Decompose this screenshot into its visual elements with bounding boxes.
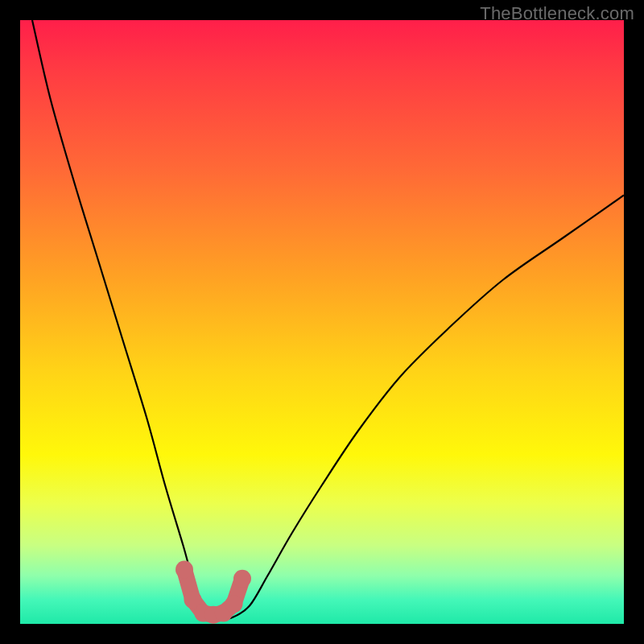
chart-plot-area [20,20,624,624]
highlight-dot [233,570,251,588]
bottleneck-curve-svg [20,20,624,624]
watermark-text: TheBottleneck.com [480,3,634,24]
bottleneck-curve [32,20,624,619]
highlight-dot [225,595,243,613]
highlight-dot [175,561,193,579]
